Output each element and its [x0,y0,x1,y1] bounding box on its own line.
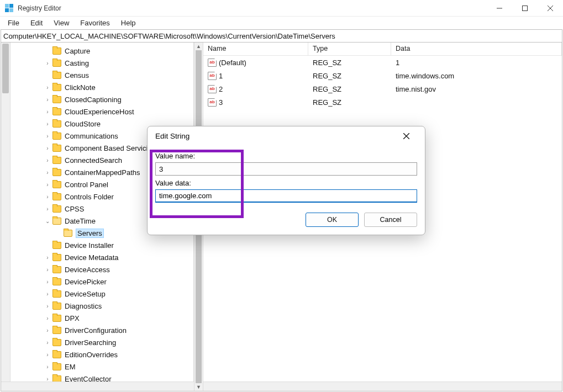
value-name-label: Value name: [155,152,417,160]
cancel-button[interactable]: Cancel [364,213,417,227]
ok-button[interactable]: OK [306,213,359,227]
edit-string-dialog: Edit String Value name: Value data: OK C… [147,126,425,235]
dialog-close-button[interactable] [395,127,417,145]
dialog-title: Edit String [155,132,190,140]
value-data-label: Value data: [155,179,417,187]
dialog-overlay: Edit String Value name: Value data: OK C… [0,0,563,392]
value-data-input[interactable] [155,189,417,203]
value-name-input[interactable] [155,162,417,176]
